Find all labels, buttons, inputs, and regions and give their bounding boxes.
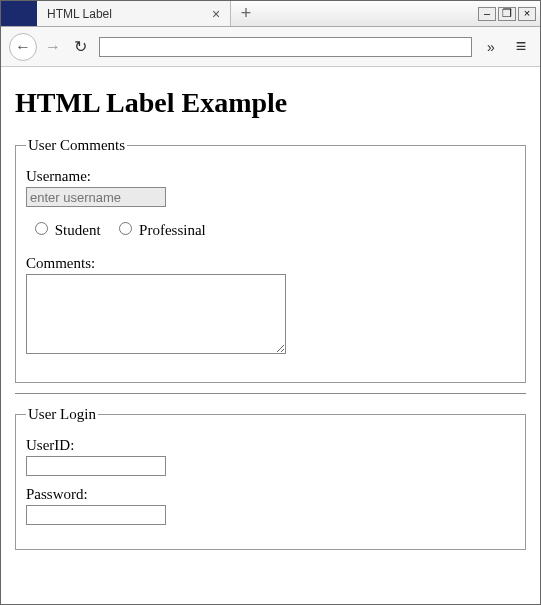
userid-label: UserID: [26, 437, 515, 454]
back-button[interactable]: ← [9, 33, 37, 61]
browser-tab[interactable]: HTML Label × [37, 1, 231, 26]
window-controls: – ❐ × [474, 1, 540, 26]
student-radio[interactable] [35, 222, 48, 235]
overflow-button[interactable]: » [480, 39, 502, 55]
close-window-button[interactable]: × [518, 7, 536, 21]
menu-button[interactable]: ≡ [510, 36, 532, 57]
forward-button[interactable]: → [45, 38, 61, 56]
back-icon: ← [15, 38, 31, 56]
browser-window: HTML Label × + – ❐ × ← → ↻ » ≡ HTML Labe… [0, 0, 541, 605]
minimize-button[interactable]: – [478, 7, 496, 21]
tab-close-icon[interactable]: × [212, 6, 220, 22]
divider [15, 393, 526, 394]
page-content: HTML Label Example User Comments Usernam… [1, 67, 540, 570]
titlebar-accent [1, 1, 37, 26]
url-bar[interactable] [99, 37, 472, 57]
student-radio-label[interactable]: Student [55, 222, 101, 238]
user-comments-fieldset: User Comments Username: Student Professi… [15, 137, 526, 383]
new-tab-button[interactable]: + [231, 1, 261, 26]
userid-input[interactable] [26, 456, 166, 476]
page-heading: HTML Label Example [15, 87, 526, 119]
user-comments-legend: User Comments [26, 137, 127, 154]
comments-textarea[interactable] [26, 274, 286, 354]
user-login-legend: User Login [26, 406, 98, 423]
professional-radio-label[interactable]: Professinal [139, 222, 206, 238]
username-label: Username: [26, 168, 515, 185]
user-login-fieldset: User Login UserID: Password: [15, 406, 526, 550]
maximize-button[interactable]: ❐ [498, 7, 516, 21]
reload-button[interactable]: ↻ [69, 36, 91, 58]
browser-toolbar: ← → ↻ » ≡ [1, 27, 540, 67]
professional-radio[interactable] [119, 222, 132, 235]
tab-title: HTML Label [47, 7, 112, 21]
username-input[interactable] [26, 187, 166, 207]
password-label: Password: [26, 486, 515, 503]
comments-label: Comments: [26, 255, 515, 272]
password-input[interactable] [26, 505, 166, 525]
title-bar: HTML Label × + – ❐ × [1, 1, 540, 27]
